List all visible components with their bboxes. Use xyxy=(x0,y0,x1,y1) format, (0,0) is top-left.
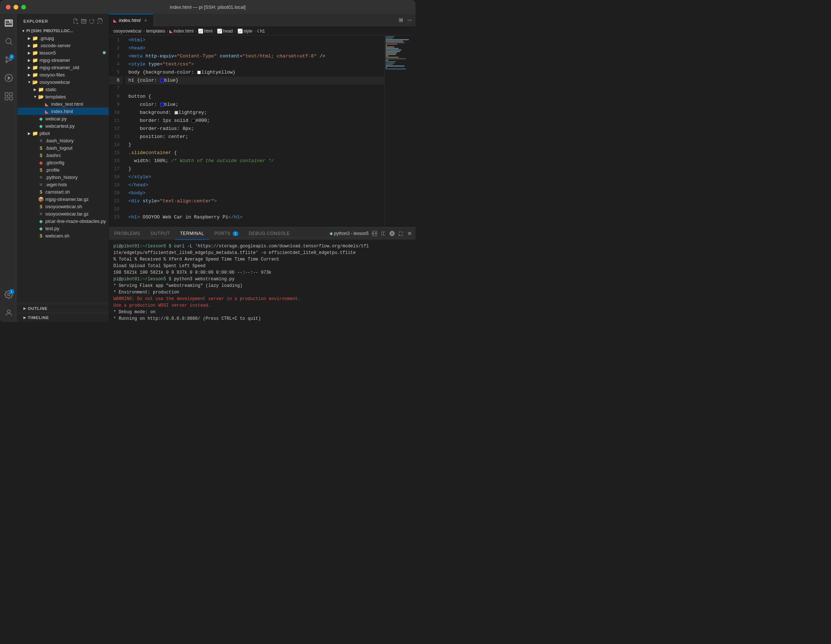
sidebar-item-vscode-server[interactable]: ▶ 📁 .vscode-server xyxy=(18,42,108,49)
breadcrumb-html-node-icon: 📈 xyxy=(198,29,203,33)
maximize-panel-icon[interactable] xyxy=(398,231,404,236)
activity-account[interactable] xyxy=(3,307,15,319)
outline-toggle[interactable]: ▶ OUTLINE xyxy=(18,304,108,313)
activity-explorer[interactable] xyxy=(3,17,15,29)
breadcrumb-item-0[interactable]: osoyoowebcar xyxy=(113,29,142,33)
bash-history-label: .bash_history xyxy=(45,138,73,143)
close-panel-icon[interactable] xyxy=(407,231,412,236)
python-history-label: .python_history xyxy=(45,175,78,180)
sidebar-item-mjpg-streamer-old[interactable]: ▶ 📁 mjpg-streamer_old xyxy=(18,64,108,71)
sidebar-item-templates[interactable]: ▼ 📂 templates xyxy=(18,93,108,100)
mini-line xyxy=(385,67,387,68)
sidebar-item-bashrc[interactable]: ▶ $ .bashrc xyxy=(18,151,108,159)
svg-point-11 xyxy=(408,20,409,21)
timeline-toggle[interactable]: ▶ TIMELINE xyxy=(18,313,108,322)
activity-run[interactable] xyxy=(3,72,15,84)
code-line-11: border: 1px solid #000; xyxy=(126,117,384,125)
sidebar-item-mjpg-tar[interactable]: ▶ 📦 mjpg-streamer.tar.gz xyxy=(18,195,108,203)
new-file-icon[interactable] xyxy=(73,18,79,24)
sidebar-item-wget-hsts[interactable]: ▶ ≡ .wget-hsts xyxy=(18,181,108,188)
code-line-22 xyxy=(126,205,384,213)
sidebar-item-python-history[interactable]: ▶ ≡ .python_history xyxy=(18,174,108,181)
sidebar-item-osoyoowebcar-tar[interactable]: ▶ ≡ osoyoowebcar.tar.gz xyxy=(18,210,108,217)
activity-settings[interactable]: 1 xyxy=(3,289,15,301)
breadcrumb-item-5[interactable]: 📈style xyxy=(237,29,253,33)
color-swatch-blue2 xyxy=(160,103,164,107)
webcar-py-label: webcar.py xyxy=(45,116,67,121)
panel-tab-problems[interactable]: PROBLEMS xyxy=(109,227,146,240)
mjpg-streamer-old-label: mjpg-streamer_old xyxy=(40,65,79,70)
sidebar-item-lesson5[interactable]: ▶ 📁 lesson5 xyxy=(18,49,108,56)
gnupg-label: .gnupg xyxy=(40,35,54,41)
test-py-label: test.py xyxy=(45,226,59,231)
panel-tab-debug-console[interactable]: DEBUG CONSOLE xyxy=(244,227,295,240)
activity-extensions[interactable] xyxy=(3,90,15,102)
tab-close-button[interactable]: × xyxy=(143,18,148,24)
sidebar-item-bash-history[interactable]: ▶ ≡ .bash_history xyxy=(18,137,108,144)
sidebar-item-index-test-html[interactable]: ▶ ◣ index_test.html xyxy=(18,100,108,108)
term-warn-9: WARNING: Do not use the development serv… xyxy=(113,296,300,301)
sidebar-item-test-py[interactable]: ▶ ◆ test.py xyxy=(18,225,108,232)
folder-icon: 📁 xyxy=(32,35,38,41)
output-label: OUTPUT xyxy=(151,231,170,236)
static-arrow: ▶ xyxy=(32,86,38,92)
sidebar-item-osoyoowebcar-sh[interactable]: ▶ $ osoyoowebcar.sh xyxy=(18,203,108,210)
osoyoo-files-arrow: ▶ xyxy=(26,72,32,78)
split-terminal-icon[interactable] xyxy=(380,231,386,236)
sidebar-item-mjpg-streamer[interactable]: ▶ 📁 mjpg-streamer xyxy=(18,56,108,64)
tab-index-html[interactable]: ◣ index.html × xyxy=(109,14,153,26)
sidebar-item-picar-obstacles[interactable]: ▶ ◆ picar-line-maze-obstacles.py xyxy=(18,217,108,225)
breadcrumb-item-4[interactable]: 📈head xyxy=(217,29,233,33)
window-controls xyxy=(6,5,26,10)
sidebar-item-gnupg[interactable]: ▶ 📁 .gnupg xyxy=(18,34,108,42)
term-info-3: % Total % Received % Xferd Average Speed… xyxy=(113,257,279,262)
mini-line xyxy=(385,58,406,59)
bash-logout-label: .bash_logout xyxy=(45,145,72,151)
panel-tab-output[interactable]: OUTPUT xyxy=(146,227,175,240)
split-editor-icon[interactable] xyxy=(398,17,404,23)
activity-source-control[interactable]: 3 xyxy=(3,53,15,66)
activity-search[interactable] xyxy=(3,35,15,48)
breadcrumb-style-icon: 📈 xyxy=(237,29,243,33)
text-file-icon: ≡ xyxy=(38,211,44,217)
mini-line xyxy=(385,49,401,51)
wget-hsts-label: .wget-hsts xyxy=(45,182,67,187)
terminal-line-2: ite/edgetpu/efficientdet_lite0_edgetpu_m… xyxy=(113,250,411,256)
sidebar-item-osoyoowebcar[interactable]: ▼ 📂 osoyoowebcar xyxy=(18,78,108,86)
sidebar-item-index-html[interactable]: ▶ ◣ index.html xyxy=(18,108,108,115)
code-line-14: } xyxy=(126,141,384,149)
panel-tab-ports[interactable]: PORTS 1 xyxy=(209,227,244,240)
breadcrumb-sep-3: › xyxy=(214,29,215,33)
breadcrumb-item-6[interactable]: ☇h1 xyxy=(257,29,265,33)
minimize-button[interactable] xyxy=(14,5,18,10)
sidebar-item-webcam-sh[interactable]: ▶ $ webcam.sh xyxy=(18,232,108,239)
tree-root[interactable]: ▼ PI [SSH: PIBOT01.LOC... xyxy=(18,27,108,34)
close-button[interactable] xyxy=(6,5,11,10)
sidebar-item-webcar-py[interactable]: ▶ ◆ webcar.py xyxy=(18,115,108,122)
refresh-icon[interactable] xyxy=(89,18,95,24)
breadcrumb-item-1[interactable]: templates xyxy=(146,29,165,33)
sidebar-item-webcartest-py[interactable]: ▶ ◆ webcartest.py xyxy=(18,122,108,129)
more-actions-icon[interactable] xyxy=(407,17,412,23)
code-lines[interactable]: <html> <head> <meta http-equiv="Content-… xyxy=(126,35,384,227)
sidebar-item-bash-logout[interactable]: ▶ $ .bash_logout xyxy=(18,144,108,151)
new-folder-icon[interactable] xyxy=(81,18,87,24)
sidebar-item-pibot[interactable]: ▶ 📁 pibot xyxy=(18,129,108,137)
sidebar-item-osoyoo-files[interactable]: ▶ 📁 osoyoo-files xyxy=(18,71,108,78)
activity-bar-bottom: 1 xyxy=(3,289,15,319)
new-terminal-icon[interactable] xyxy=(372,231,377,236)
sidebar-item-camstart[interactable]: ▶ $ camstart.sh xyxy=(18,188,108,195)
breadcrumb-item-3[interactable]: 📈html xyxy=(198,29,212,33)
explorer-title: EXPLORER xyxy=(24,19,48,24)
panel-tab-terminal[interactable]: TERMINAL xyxy=(175,227,209,240)
collapse-icon[interactable] xyxy=(97,18,103,24)
sidebar-item-static[interactable]: ▶ 📁 static xyxy=(18,86,108,93)
maximize-button[interactable] xyxy=(21,5,26,10)
sidebar-item-profile[interactable]: ▶ $ .profile xyxy=(18,166,108,174)
breadcrumb-item-2[interactable]: ◣index.html xyxy=(169,29,194,33)
kill-terminal-icon[interactable] xyxy=(389,231,395,236)
code-editor[interactable]: 1 2 3 4 5 6 7 8 9 10 11 12 13 14 15 16 1 xyxy=(109,35,384,227)
sidebar-item-gitconfig[interactable]: ▶ ◆ .gitconfig xyxy=(18,159,108,166)
svg-point-13 xyxy=(411,20,412,21)
terminal-content[interactable]: pi@pibot01:~/lesson5 $ curl -L 'https://… xyxy=(109,240,416,322)
